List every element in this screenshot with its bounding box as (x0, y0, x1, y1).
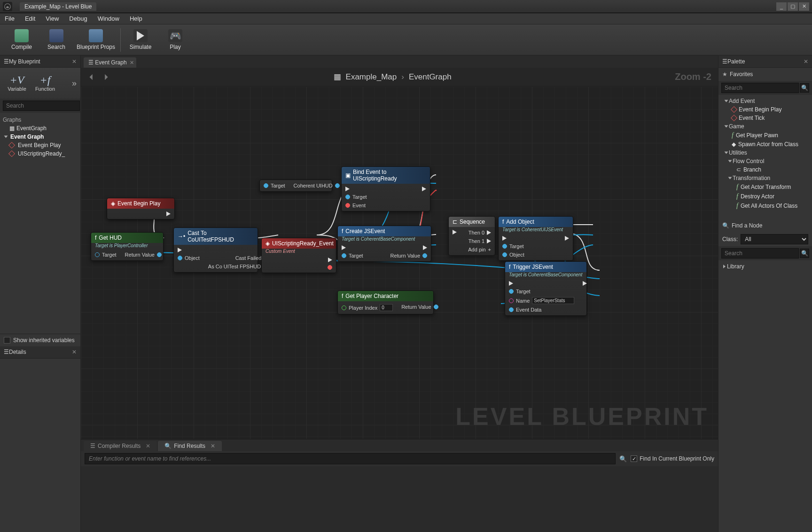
find-input[interactable] (85, 453, 616, 464)
node-bind-event[interactable]: ▣Bind Event to UIScriptingReady Target E… (341, 166, 430, 211)
event-diamond-icon (8, 142, 15, 149)
cat-utilities[interactable]: Utilities (722, 149, 808, 157)
search-icon[interactable]: 🔍 (619, 455, 627, 462)
item-branch[interactable]: ⊂Branch (722, 165, 808, 174)
play-button[interactable]: 🎮 Play (158, 26, 192, 54)
search-icon: 🔍 (722, 222, 729, 229)
item-destroy-actor[interactable]: fDestroy Actor (722, 192, 808, 201)
close-icon[interactable]: ✕ (211, 443, 215, 449)
more-tools-button[interactable]: » (72, 78, 77, 88)
blueprint-props-button[interactable]: Blueprint Props (74, 26, 117, 54)
details-tab[interactable]: ☰ Details✕ (0, 346, 80, 359)
find-node-search-input[interactable] (721, 248, 799, 258)
close-icon[interactable]: ✕ (146, 443, 150, 449)
node-add-object[interactable]: fAdd Object Target is CoherentUIJSEvent … (498, 216, 573, 261)
function-icon: f (95, 235, 96, 241)
add-function-button[interactable]: +fFunction (32, 70, 58, 96)
close-icon[interactable]: ✕ (72, 58, 77, 65)
nav-back-icon[interactable] (87, 73, 96, 81)
function-icon: f (342, 228, 343, 235)
cat-add-event[interactable]: Add Event (722, 97, 808, 105)
star-icon: ★ (722, 71, 727, 78)
my-blueprint-search-input[interactable] (3, 101, 80, 111)
spawn-icon: ◆ (732, 141, 736, 148)
menu-window[interactable]: Window (98, 15, 119, 22)
menu-bar: File Edit View Debug Window Help (0, 13, 812, 24)
item-get-actor-transform[interactable]: fGet Actor Transform (722, 182, 808, 192)
menu-file[interactable]: File (5, 15, 15, 22)
tree-event-begin-play[interactable]: Event Begin Play (3, 141, 78, 149)
find-node-header: 🔍Find a Node (722, 221, 808, 230)
node-create-jsevent[interactable]: fCreate JSEvent Target is CoherentBaseCo… (337, 226, 431, 262)
add-variable-button[interactable]: +VVariable (4, 70, 30, 96)
item-get-player-pawn[interactable]: fGet Player Pawn (722, 131, 808, 140)
node-uiscripting-ready-event[interactable]: ◈UIScriptingReady_Event Custom Event (261, 238, 336, 273)
binoculars-icon (49, 29, 63, 42)
menu-view[interactable]: View (46, 15, 59, 22)
library-row[interactable]: Library (718, 260, 812, 273)
menu-edit[interactable]: Edit (25, 15, 35, 22)
branch-icon: ⊂ (736, 166, 741, 173)
plus-icon[interactable]: + (488, 247, 491, 252)
menu-help[interactable]: Help (130, 15, 142, 22)
play-triangle-icon (133, 29, 148, 42)
search-icon[interactable]: 🔍 (800, 249, 809, 258)
node-get-hud[interactable]: fGet HUD Target is PlayerController Targ… (91, 232, 164, 261)
node-event-begin-play[interactable]: ◈Event Begin Play (107, 198, 175, 219)
search-button[interactable]: Search (39, 26, 73, 54)
search-icon[interactable]: 🔍 (800, 83, 809, 93)
name-input[interactable] (532, 297, 574, 304)
sequence-icon: ⊏ (453, 219, 457, 225)
class-select[interactable]: All (741, 234, 808, 244)
document-tab[interactable]: Example_Map - Level Blue (20, 2, 96, 11)
close-icon[interactable]: ✕ (72, 349, 77, 355)
node-trigger-jsevent[interactable]: fTrigger JSEvent Target is CoherentBaseC… (505, 261, 587, 316)
cat-flow-control[interactable]: Flow Control (722, 157, 808, 165)
function-icon: f (736, 202, 738, 210)
node-target-coherent-uihud[interactable]: Target Coherent UIHUD (259, 180, 332, 192)
tree-eventgraph-cat[interactable]: Event Graph (3, 133, 78, 141)
palette-tab[interactable]: ☰ Palette✕ (718, 55, 812, 68)
tab-find-results[interactable]: 🔍 Find Results ✕ (158, 441, 222, 451)
checkbox-icon[interactable] (4, 337, 10, 344)
favorites-header[interactable]: ★Favorites (722, 70, 808, 79)
player-index-input[interactable] (380, 304, 393, 311)
palette-search-input[interactable] (721, 83, 799, 93)
close-icon[interactable]: ✕ (804, 58, 808, 65)
node-get-player-character[interactable]: fGet Player Character Player Index Retur… (337, 290, 434, 314)
breadcrumb-map[interactable]: Example_Map (346, 72, 397, 82)
tree-uiscripting-ready[interactable]: UIScriptingReady_ (3, 149, 78, 158)
menu-debug[interactable]: Debug (69, 15, 87, 22)
function-icon: +f (39, 75, 52, 85)
item-spawn-actor[interactable]: ◆Spawn Actor from Class (722, 140, 808, 149)
maximize-button[interactable]: ▢ (788, 2, 798, 11)
tab-compiler-results[interactable]: ☰ Compiler Results ✕ (84, 441, 157, 451)
nav-forward-icon[interactable] (102, 73, 110, 81)
event-icon: ◈ (265, 240, 270, 247)
graph-canvas[interactable]: ◈Event Begin Play fGet HUD Target is Pla… (81, 86, 718, 439)
simulate-button[interactable]: Simulate (124, 26, 157, 54)
my-blueprint-tab[interactable]: ☰ My Blueprint✕ (0, 55, 80, 68)
zoom-label: Zoom -2 (675, 71, 711, 82)
minimize-button[interactable]: _ (776, 2, 787, 11)
item-event-begin-play[interactable]: Event Begin Play (722, 105, 808, 114)
item-get-all-actors[interactable]: fGet All Actors Of Class (722, 201, 808, 211)
show-inherited-checkbox-row[interactable]: Show inherited variables (0, 334, 80, 346)
close-icon[interactable]: ✕ (130, 60, 134, 66)
tab-event-graph[interactable]: ☰ Event Graph✕ (84, 57, 136, 68)
chevron-right-icon: › (401, 72, 404, 82)
gamepad-icon: 🎮 (168, 29, 182, 42)
tree-eventgraph[interactable]: ▦ EventGraph (3, 124, 78, 133)
breadcrumb-graph[interactable]: EventGraph (409, 72, 452, 82)
node-sequence[interactable]: ⊏Sequence Then 0 Then 1 Add pin+ (448, 216, 495, 256)
function-icon: f (342, 293, 343, 299)
compile-button[interactable]: Compile (5, 26, 39, 54)
node-cast-to[interactable]: →•Cast To CoUITestFPSHUD Object Cast Fai… (173, 227, 258, 273)
cat-transformation[interactable]: Transformation (722, 174, 808, 182)
find-in-current-checkbox[interactable]: ✓Find In Current Blueprint Only (631, 455, 714, 462)
graphs-category: Graphs (3, 117, 78, 123)
cat-game[interactable]: Game (722, 122, 808, 131)
close-button[interactable]: ✕ (799, 2, 809, 11)
item-event-tick[interactable]: Event Tick (722, 114, 808, 122)
variable-icon: +V (10, 75, 23, 85)
